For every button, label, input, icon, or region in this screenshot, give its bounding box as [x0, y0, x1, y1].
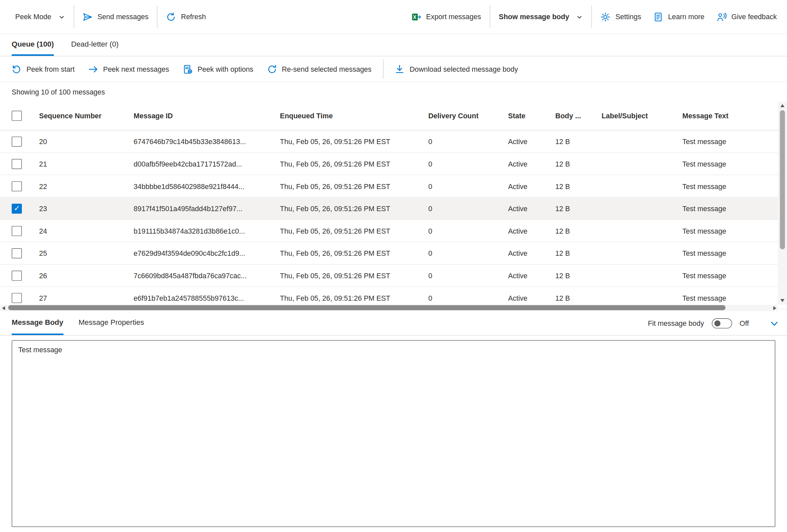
- row-checkbox[interactable]: [12, 293, 22, 303]
- fit-message-body-toggle[interactable]: [711, 318, 732, 329]
- peek-mode-dropdown[interactable]: Peek Mode: [9, 5, 71, 28]
- fit-message-body-label: Fit message body: [648, 319, 704, 328]
- tab-dead-letter[interactable]: Dead-letter (0): [71, 34, 119, 56]
- table-row[interactable]: 20 6747646b79c14b45b33e3848613... Thu, F…: [0, 131, 787, 153]
- tab-queue[interactable]: Queue (100): [12, 34, 54, 56]
- tab-queue-label: Queue (100): [12, 40, 54, 48]
- cell-message-id: e7629d94f3594de090c4bc2fc1d9...: [133, 249, 280, 258]
- table-row[interactable]: 23 8917f41f501a495fadd4b127ef97... Thu, …: [0, 198, 787, 220]
- peek-from-start-label: Peek from start: [26, 65, 75, 73]
- message-body-viewer[interactable]: Test message: [12, 340, 775, 527]
- entity-tabs: Queue (100) Dead-letter (0): [0, 34, 787, 57]
- toolbar-divider: [490, 6, 490, 28]
- vertical-scrollbar-thumb[interactable]: [780, 110, 785, 249]
- arrow-right-icon: [88, 64, 98, 74]
- message-count-status: Showing 10 of 100 messages: [12, 88, 105, 96]
- refresh-icon: [166, 12, 176, 21]
- cell-sequence-number: 26: [39, 271, 133, 280]
- scroll-down-arrow[interactable]: [778, 296, 787, 305]
- row-checkbox[interactable]: [12, 181, 22, 191]
- feedback-icon: [717, 12, 726, 21]
- cell-message-text: Test message: [682, 160, 787, 168]
- settings-button[interactable]: Settings: [595, 5, 647, 28]
- collapse-panel-chevron-icon[interactable]: [770, 318, 779, 328]
- learn-more-button[interactable]: Learn more: [647, 5, 710, 28]
- tab-message-properties[interactable]: Message Properties: [78, 311, 144, 335]
- table-row[interactable]: 26 7c6609bd845a487fbda76ca97cac... Thu, …: [0, 265, 787, 287]
- row-checkbox[interactable]: [12, 248, 22, 259]
- peek-next-messages-button[interactable]: Peek next messages: [88, 64, 169, 74]
- detail-tabs-left: Message Body Message Properties: [12, 311, 144, 335]
- cell-body-size: 12 B: [555, 227, 601, 235]
- table-row[interactable]: 25 e7629d94f3594de090c4bc2fc1d9... Thu, …: [0, 242, 787, 265]
- cell-message-text: Test message: [682, 204, 787, 213]
- row-checkbox[interactable]: [12, 226, 22, 236]
- table-row[interactable]: 24 b191115b34874a3281d3b86e1c0... Thu, F…: [0, 220, 787, 242]
- download-selected-button[interactable]: Download selected message body: [395, 64, 518, 74]
- cell-message-id: 8917f41f501a495fadd4b127ef97...: [133, 204, 280, 213]
- give-feedback-button[interactable]: Give feedback: [710, 5, 783, 28]
- row-checkbox[interactable]: [12, 203, 22, 214]
- cell-body-size: 12 B: [555, 137, 601, 146]
- excel-export-icon: [411, 12, 421, 21]
- cell-delivery-count: 0: [428, 182, 508, 190]
- tab-dead-letter-label: Dead-letter (0): [71, 40, 119, 48]
- scroll-right-arrow[interactable]: [771, 305, 778, 311]
- cell-message-id: 34bbbbe1d586402988e921f8444...: [133, 182, 280, 190]
- show-message-body-label: Show message body: [499, 13, 569, 21]
- row-checkbox[interactable]: [12, 270, 22, 281]
- cell-sequence-number: 24: [39, 227, 133, 235]
- show-message-body-dropdown[interactable]: Show message body: [493, 5, 589, 28]
- download-icon: [395, 64, 404, 74]
- peek-actions-toolbar: Peek from start Peek next messages Peek …: [0, 57, 787, 82]
- top-toolbar: Peek Mode Send messages Refresh Export m…: [0, 0, 787, 34]
- cell-message-text: Test message: [682, 137, 787, 146]
- horizontal-scrollbar-thumb[interactable]: [8, 305, 726, 310]
- select-all-checkbox[interactable]: [12, 111, 22, 121]
- cell-delivery-count: 0: [428, 271, 508, 280]
- settings-label: Settings: [615, 13, 641, 21]
- tab-message-body[interactable]: Message Body: [12, 311, 63, 335]
- export-messages-button[interactable]: Export messages: [405, 5, 487, 28]
- cell-state: Active: [508, 249, 555, 258]
- horizontal-scrollbar[interactable]: [0, 305, 778, 311]
- cell-delivery-count: 0: [428, 227, 508, 235]
- tab-message-body-label: Message Body: [12, 318, 63, 327]
- cell-enqueued-time: Thu, Feb 05, 26, 09:51:26 PM EST: [280, 294, 429, 302]
- cell-enqueued-time: Thu, Feb 05, 26, 09:51:26 PM EST: [280, 204, 429, 213]
- status-row: Showing 10 of 100 messages: [0, 82, 787, 102]
- message-detail-tabs: Message Body Message Properties Fit mess…: [0, 311, 787, 336]
- send-icon: [83, 12, 92, 21]
- refresh-button[interactable]: Refresh: [160, 5, 212, 28]
- peek-next-messages-label: Peek next messages: [103, 65, 169, 73]
- cell-state: Active: [508, 160, 555, 168]
- column-header-message-text: Message Text: [682, 112, 787, 120]
- peek-from-start-button[interactable]: Peek from start: [12, 64, 75, 74]
- vertical-scrollbar[interactable]: [778, 102, 787, 305]
- table-row[interactable]: 21 d00afb5f9eeb42cba17171572ad... Thu, F…: [0, 153, 787, 175]
- table-row[interactable]: 22 34bbbbe1d586402988e921f8444... Thu, F…: [0, 175, 787, 198]
- cell-delivery-count: 0: [428, 249, 508, 258]
- send-messages-label: Send messages: [98, 13, 148, 21]
- scroll-up-arrow[interactable]: [778, 102, 787, 110]
- cell-body-size: 12 B: [555, 271, 601, 280]
- column-header-label-subject: Label/Subject: [601, 112, 682, 120]
- peek-with-options-label: Peek with options: [198, 65, 254, 73]
- cell-enqueued-time: Thu, Feb 05, 26, 09:51:26 PM EST: [280, 271, 429, 280]
- row-checkbox[interactable]: [12, 159, 22, 169]
- cell-body-size: 12 B: [555, 182, 601, 190]
- peek-with-options-button[interactable]: Peek with options: [183, 64, 253, 74]
- top-toolbar-right: Export messages Show message body Settin…: [405, 5, 783, 28]
- row-checkbox[interactable]: [12, 136, 22, 147]
- scroll-left-arrow[interactable]: [0, 305, 7, 311]
- cell-body-size: 12 B: [555, 249, 601, 258]
- cell-message-id: b191115b34874a3281d3b86e1c0...: [133, 227, 280, 235]
- resend-selected-button[interactable]: Re-send selected messages: [267, 64, 372, 74]
- chevron-down-icon: [58, 14, 65, 20]
- cell-message-id: 7c6609bd845a487fbda76ca97cac...: [133, 271, 280, 280]
- cell-delivery-count: 0: [428, 204, 508, 213]
- send-messages-button[interactable]: Send messages: [77, 5, 155, 28]
- cell-state: Active: [508, 227, 555, 235]
- cell-sequence-number: 27: [39, 294, 133, 302]
- cell-state: Active: [508, 137, 555, 146]
